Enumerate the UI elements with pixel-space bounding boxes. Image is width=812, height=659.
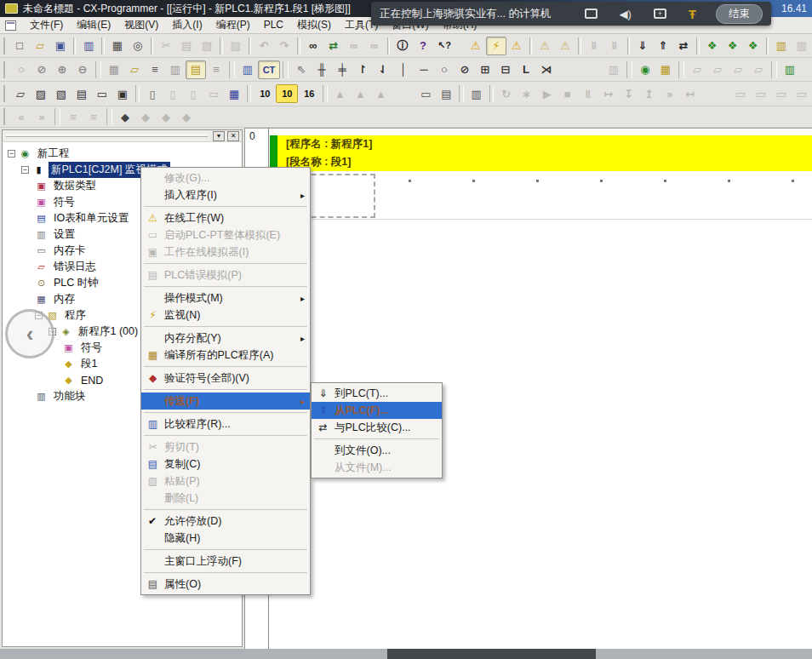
- new-horizontal-line-button[interactable]: ─: [414, 60, 434, 79]
- insert-program-menu-item[interactable]: 插入程序(I)▸: [141, 186, 310, 203]
- pause-monitoring-button[interactable]: ⚠: [506, 37, 527, 55]
- insert-rung-above-button[interactable]: ▯: [142, 84, 163, 103]
- monitor-in-rung-button[interactable]: ▥: [165, 60, 186, 79]
- help-button[interactable]: ?: [413, 37, 433, 55]
- compile-all-plc-programs-menu-item[interactable]: ▦编译所有的PLC程序(A): [141, 347, 310, 364]
- context-help-button[interactable]: ↖?: [433, 37, 455, 55]
- compare-programs-button[interactable]: ▥: [78, 37, 99, 55]
- menubar-item-edit[interactable]: 编辑(E): [70, 17, 117, 32]
- compile-calendar-button[interactable]: ▦: [655, 60, 676, 79]
- save-project-button[interactable]: ▣: [50, 37, 71, 55]
- work-online-button[interactable]: ⚠: [466, 37, 486, 55]
- watch-window-btn-button[interactable]: ▭: [415, 84, 436, 103]
- show-local-symbol-table-button[interactable]: ▧: [51, 84, 71, 103]
- pane-close-button[interactable]: ✕: [227, 131, 239, 141]
- from-plc-menu-item[interactable]: ⇑从PLC(F)...: [312, 402, 442, 419]
- memory-view-window-button[interactable]: ▥: [466, 84, 487, 103]
- new-vertical-line-button[interactable]: │: [393, 60, 414, 79]
- tree-item-new-project[interactable]: −◉新工程: [3, 146, 242, 162]
- new-closed-contact-button[interactable]: ╪: [332, 60, 352, 79]
- zoom-in-button[interactable]: ⊕: [52, 60, 72, 79]
- work-online-simulator-btn-button[interactable]: ⚠: [555, 37, 575, 55]
- hide-menu-item[interactable]: 隐藏(H): [141, 530, 310, 547]
- monitor-decimal-button[interactable]: 10: [254, 84, 276, 103]
- find-button[interactable]: ∞: [303, 37, 323, 55]
- differential-monitor-button[interactable]: ▥: [780, 60, 800, 79]
- float-in-main-window-menu-item[interactable]: 主窗口上浮动(F): [141, 553, 310, 570]
- operating-mode-menu-item[interactable]: 操作模式(M)▸: [141, 289, 310, 307]
- plc-pt-integrated-simulation-button[interactable]: ⚠: [535, 37, 555, 55]
- new-function-invoke-button[interactable]: ⋊: [536, 60, 557, 79]
- selection-mode-button[interactable]: ⇖: [291, 60, 312, 79]
- copy-menu-item[interactable]: ▤复制(C): [141, 456, 310, 473]
- speaker-icon[interactable]: ◀): [620, 8, 632, 20]
- find-replace-button[interactable]: ⇄: [323, 37, 344, 55]
- new-instruction-block-button[interactable]: ⊟: [495, 60, 516, 79]
- toolbar-grip[interactable]: [3, 85, 7, 102]
- ladder-view-toggle-button[interactable]: ▤: [186, 60, 206, 79]
- zoom-out-button[interactable]: ⊖: [72, 60, 93, 79]
- compare-program-menu-item[interactable]: ▥比较程序(R)...: [141, 415, 310, 433]
- monitor-hex-button[interactable]: 16: [298, 84, 320, 103]
- fullscreen-icon[interactable]: [585, 9, 598, 19]
- verify-symbols-all-menu-item[interactable]: ◆验证符号(全部)(V): [141, 370, 310, 387]
- about-button[interactable]: ⓘ: [392, 37, 413, 55]
- menubar-item-simulation[interactable]: 模拟(S): [290, 17, 338, 32]
- section-comment-banner[interactable]: [程序名 : 新程序1] [段名称 : 段1]: [277, 135, 812, 171]
- monitor-menu-item[interactable]: ⚡监视(N): [141, 307, 310, 324]
- to-plc-menu-item[interactable]: ⇓到PLC(T)...: [312, 385, 442, 402]
- allow-docking-menu-item[interactable]: ✔允许停放(D): [141, 513, 310, 530]
- menubar-item-insert[interactable]: 插入(I): [165, 17, 209, 32]
- new-closed-coil-button[interactable]: ⊘: [455, 60, 475, 79]
- new-coil-button[interactable]: ○: [434, 60, 455, 79]
- new-or-closed-contact-button[interactable]: ⇃: [373, 60, 393, 79]
- transfer-from-plc-button[interactable]: ⇑: [653, 37, 673, 55]
- toolbar-grip[interactable]: [3, 37, 6, 54]
- end-session-button[interactable]: 结束: [716, 4, 763, 24]
- zoom-100-button[interactable]: ○: [11, 60, 31, 79]
- open-project-button[interactable]: ▱: [30, 37, 50, 55]
- options-button[interactable]: ▣: [112, 84, 133, 103]
- navigate-back-button[interactable]: ◆: [115, 107, 135, 126]
- symbol-display-button[interactable]: ▱: [124, 60, 145, 79]
- float-window-button[interactable]: ▱: [10, 84, 31, 103]
- zoom-region-button[interactable]: ⊘: [31, 60, 52, 79]
- menubar-item-program[interactable]: 编程(P): [209, 17, 257, 32]
- compare-with-plc-menu-item[interactable]: ⇄与PLC比较(C)...: [312, 419, 442, 436]
- io-table-window-button[interactable]: ▥: [771, 37, 792, 55]
- tree-expander-new-project[interactable]: −: [8, 150, 15, 158]
- monitor-signed-decimal-button[interactable]: 10: [276, 84, 298, 103]
- compile-all-programs-btn-button[interactable]: ❖: [723, 37, 743, 55]
- transfer-menu-item[interactable]: 传送(F)▸: [141, 393, 310, 410]
- print-button[interactable]: ▦: [107, 37, 128, 55]
- show-cross-reference-button[interactable]: ▤: [71, 84, 92, 103]
- window-layout-icon[interactable]: +: [654, 9, 666, 19]
- rung-comment-list-button[interactable]: ≡: [145, 60, 165, 79]
- mnemonic-view-button[interactable]: ≡: [206, 60, 226, 79]
- new-project-button[interactable]: □: [9, 37, 30, 55]
- to-file-menu-item[interactable]: 到文件(O)...: [312, 442, 442, 459]
- toggle-monitoring-button[interactable]: ⚡: [486, 37, 506, 55]
- binary-monitor-button[interactable]: ▦: [224, 84, 244, 103]
- tree-expander-new-plc1[interactable]: −: [21, 166, 29, 174]
- tree-pane-header[interactable]: ▾ ✕: [3, 130, 242, 142]
- show-properties-window-button[interactable]: ▨: [31, 84, 51, 103]
- menubar-item-file[interactable]: 文件(F): [23, 17, 70, 32]
- work-online-menu-item[interactable]: ⚠在线工作(W): [141, 209, 310, 226]
- print-preview-button[interactable]: ◎: [128, 37, 148, 55]
- new-open-contact-button[interactable]: ╫: [312, 60, 332, 79]
- toolbar-grip[interactable]: [3, 61, 8, 78]
- toolbar-grip[interactable]: [3, 108, 8, 125]
- new-inverted-instruction-button[interactable]: L: [516, 60, 536, 79]
- symbol-comment-tool-button[interactable]: ▥: [237, 60, 258, 79]
- program-check-options-button[interactable]: ❖: [743, 37, 763, 55]
- child-document-icon[interactable]: [5, 20, 16, 31]
- output-window-btn-button[interactable]: ▤: [436, 84, 456, 103]
- remote-app-logo-icon[interactable]: Ŧ: [689, 7, 696, 21]
- toggle-grid-button[interactable]: ▦: [104, 60, 124, 79]
- new-plc-instruction-button[interactable]: ⊞: [475, 60, 495, 79]
- compare-with-plc-btn-button[interactable]: ⇄: [673, 37, 694, 55]
- remote-control-side-handle[interactable]: ‹: [5, 309, 54, 358]
- pane-drag-handle[interactable]: [6, 135, 208, 137]
- memory-allocation-menu-item[interactable]: 内存分配(Y)▸: [141, 330, 310, 347]
